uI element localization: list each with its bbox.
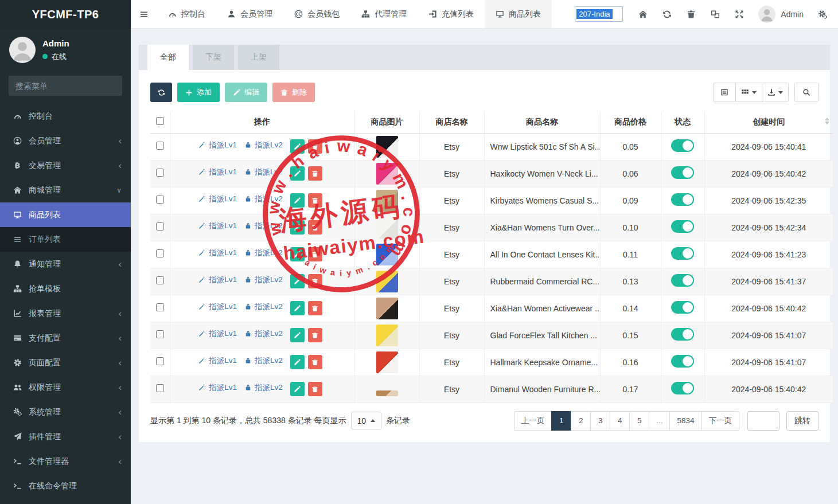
jump-page-input[interactable] (747, 411, 779, 431)
sidebar-item-5[interactable]: 订单列表 (0, 227, 131, 252)
row-edit-button[interactable] (290, 355, 305, 369)
row-edit-button[interactable] (290, 166, 305, 181)
row-edit-button[interactable] (290, 301, 305, 315)
status-toggle[interactable] (671, 301, 694, 314)
sidebar-search-input[interactable] (9, 76, 126, 96)
sidebar-item-10[interactable]: 页面配置‹ (0, 350, 131, 375)
sidebar-item-13[interactable]: 插件管理‹ (0, 424, 131, 449)
assign-lv1-link[interactable]: 指派Lv1 (198, 329, 237, 339)
assign-lv2-link[interactable]: 指派Lv2 (244, 302, 283, 312)
row-edit-button[interactable] (290, 193, 305, 208)
navbar-item-5[interactable]: 商品列表 (485, 0, 552, 28)
translate-icon[interactable] (703, 0, 727, 29)
assign-lv1-link[interactable]: 指派Lv1 (198, 382, 237, 393)
navbar-item-2[interactable]: 会员钱包 (283, 0, 350, 28)
delete-button[interactable]: 删除 (272, 83, 315, 102)
sidebar-item-15[interactable]: 在线命令管理 (0, 474, 131, 498)
status-toggle[interactable] (671, 328, 694, 341)
assign-lv2-link[interactable]: 指派Lv2 (244, 382, 283, 393)
list-view-button[interactable] (713, 83, 736, 102)
page-button-5834[interactable]: 5834 (669, 411, 701, 431)
select-all-checkbox[interactable] (156, 117, 164, 125)
refresh-button[interactable] (150, 83, 172, 102)
row-checkbox[interactable] (156, 142, 164, 150)
page-button-3[interactable]: 3 (590, 411, 610, 431)
row-edit-button[interactable] (290, 382, 305, 396)
navbar-item-0[interactable]: 控制台 (157, 0, 216, 28)
sidebar-item-12[interactable]: 系统管理‹ (0, 400, 131, 424)
page-button-4[interactable]: 4 (610, 411, 630, 431)
assign-lv1-link[interactable]: 指派Lv1 (198, 221, 237, 231)
page-button-上一页[interactable]: 上一页 (514, 411, 552, 431)
assign-lv2-link[interactable]: 指派Lv2 (244, 329, 283, 339)
columns-view-button[interactable] (735, 83, 762, 102)
assign-lv2-link[interactable]: 指派Lv2 (244, 194, 283, 204)
assign-lv2-link[interactable]: 指派Lv2 (244, 221, 283, 231)
status-toggle[interactable] (671, 247, 694, 260)
row-checkbox[interactable] (156, 357, 164, 365)
refresh-icon[interactable] (655, 0, 679, 29)
row-checkbox[interactable] (156, 249, 164, 257)
assign-lv2-link[interactable]: 指派Lv2 (244, 355, 283, 366)
navbar-item-3[interactable]: 代理管理 (350, 0, 418, 28)
assign-lv2-link[interactable]: 指派Lv2 (244, 167, 283, 177)
sidebar-item-14[interactable]: 文件管理器‹ (0, 449, 131, 474)
row-edit-button[interactable] (290, 220, 305, 235)
status-toggle[interactable] (671, 382, 694, 394)
page-button-2[interactable]: 2 (571, 411, 591, 431)
row-delete-button[interactable] (308, 139, 322, 154)
assign-lv2-link[interactable]: 指派Lv2 (244, 275, 283, 285)
tab-2[interactable]: 上架 (238, 45, 279, 70)
assign-lv1-link[interactable]: 指派Lv1 (198, 275, 237, 285)
sidebar-item-8[interactable]: 报表管理‹ (0, 301, 131, 326)
row-checkbox[interactable] (156, 384, 164, 392)
row-delete-button[interactable] (308, 166, 322, 181)
sidebar-item-2[interactable]: 交易管理‹ (0, 153, 131, 178)
status-toggle[interactable] (671, 166, 694, 179)
assign-lv2-link[interactable]: 指派Lv2 (244, 248, 283, 258)
row-delete-button[interactable] (308, 301, 322, 315)
home-icon[interactable] (631, 0, 655, 29)
navbar-user[interactable]: Admin (751, 6, 810, 23)
quick-search-input[interactable]: 207-India (575, 6, 623, 22)
navbar-item-4[interactable]: 充值列表 (418, 0, 485, 28)
add-button[interactable]: 添加 (177, 83, 220, 102)
assign-lv1-link[interactable]: 指派Lv1 (198, 140, 237, 150)
assign-lv2-link[interactable]: 指派Lv2 (244, 140, 283, 150)
trash-icon[interactable] (679, 0, 703, 29)
settings-gear-icon[interactable] (810, 0, 835, 29)
status-toggle[interactable] (671, 274, 694, 287)
sidebar-item-9[interactable]: 支付配置‹ (0, 326, 131, 350)
tab-0[interactable]: 全部 (147, 45, 189, 70)
row-edit-button[interactable] (290, 139, 305, 154)
assign-lv1-link[interactable]: 指派Lv1 (198, 248, 237, 258)
row-checkbox[interactable] (156, 330, 164, 338)
row-checkbox[interactable] (156, 276, 164, 284)
page-button-1[interactable]: 1 (551, 411, 571, 431)
row-edit-button[interactable] (290, 247, 305, 261)
row-checkbox[interactable] (156, 196, 164, 204)
row-delete-button[interactable] (308, 220, 322, 235)
row-delete-button[interactable] (308, 355, 322, 369)
sidebar-item-4[interactable]: 商品列表 (0, 202, 131, 227)
assign-lv1-link[interactable]: 指派Lv1 (198, 194, 237, 204)
navbar-item-1[interactable]: 会员管理 (216, 0, 283, 28)
status-toggle[interactable] (671, 139, 694, 152)
tab-1[interactable]: 下架 (193, 45, 234, 70)
sidebar-item-0[interactable]: 控制台 (0, 104, 131, 128)
assign-lv1-link[interactable]: 指派Lv1 (198, 302, 237, 312)
row-edit-button[interactable] (290, 274, 305, 288)
row-delete-button[interactable] (308, 193, 322, 208)
sidebar-item-1[interactable]: 会员管理‹ (0, 128, 131, 153)
export-button[interactable] (762, 83, 789, 102)
status-toggle[interactable] (671, 193, 694, 206)
sidebar-item-6[interactable]: 通知管理‹ (0, 252, 131, 276)
row-delete-button[interactable] (308, 274, 322, 288)
row-checkbox[interactable] (156, 303, 164, 311)
row-delete-button[interactable] (308, 382, 322, 396)
row-delete-button[interactable] (308, 247, 322, 261)
status-toggle[interactable] (671, 355, 694, 368)
row-edit-button[interactable] (290, 328, 305, 342)
page-button-5[interactable]: 5 (629, 411, 649, 431)
sidebar-item-3[interactable]: 商城管理∨ (0, 178, 131, 202)
